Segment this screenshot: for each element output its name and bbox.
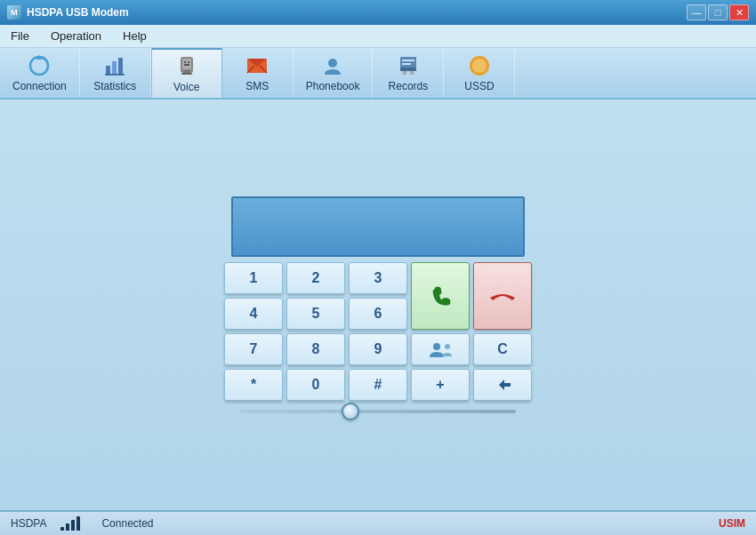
volume-slider-container [231, 410, 525, 413]
svg-rect-22 [402, 60, 414, 61]
key-plus[interactable]: + [411, 369, 470, 401]
svg-rect-9 [181, 73, 192, 75]
key-hash[interactable]: # [349, 369, 407, 401]
nav-connection-label: Connection [12, 80, 67, 92]
key-1[interactable]: 1 [224, 262, 283, 294]
nav-records-label: Records [389, 80, 429, 92]
svg-rect-23 [402, 63, 411, 65]
svg-point-27 [445, 344, 450, 349]
menu-bar: File Operation Help [0, 25, 756, 48]
nav-connection[interactable]: Connection [0, 48, 80, 98]
svg-rect-20 [403, 71, 406, 75]
nav-statistics-label: Statistics [93, 80, 136, 92]
phonebook-icon [320, 53, 345, 78]
title-bar: M HSDPA USB Modem — □ ✕ [0, 0, 756, 25]
status-bar: HSDPA Connected USIM [0, 510, 756, 535]
hangup-button[interactable] [473, 262, 532, 330]
contact-button[interactable] [411, 333, 470, 365]
clear-button[interactable]: C [473, 333, 532, 365]
nav-records[interactable]: Records [373, 48, 444, 98]
app-icon: M [7, 5, 21, 20]
signal-bar-3 [71, 520, 75, 531]
nav-ussd-label: USSD [464, 80, 494, 92]
svg-point-26 [433, 343, 440, 350]
svg-marker-28 [499, 379, 511, 390]
signal-bar-2 [66, 523, 69, 531]
svg-rect-10 [184, 61, 186, 63]
svg-point-25 [472, 59, 487, 73]
svg-rect-12 [184, 64, 189, 66]
minimize-button[interactable]: — [687, 4, 706, 20]
svg-rect-4 [118, 58, 123, 75]
slider-thumb[interactable] [342, 403, 359, 420]
nav-phonebook[interactable]: Phonebook [294, 48, 374, 98]
key-2[interactable]: 2 [286, 262, 345, 294]
svg-rect-11 [188, 61, 189, 63]
statistics-icon [102, 53, 127, 78]
title-bar-left: M HSDPA USB Modem [7, 5, 129, 20]
connection-status: Connected [101, 517, 153, 530]
nav-sms[interactable]: SMS [222, 48, 294, 98]
key-star[interactable]: * [224, 369, 283, 401]
key-5[interactable]: 5 [286, 298, 345, 330]
key-9[interactable]: 9 [349, 333, 407, 365]
main-content: 1 2 3 4 5 6 7 8 9 [0, 100, 756, 510]
nav-ussd[interactable]: USSD [444, 48, 515, 98]
menu-help[interactable]: Help [119, 28, 150, 44]
title-controls: — □ ✕ [687, 4, 749, 20]
ussd-icon [467, 53, 492, 78]
connection-icon [27, 53, 52, 78]
sim-label: USIM [719, 517, 745, 530]
nav-sms-label: SMS [245, 80, 269, 92]
key-4[interactable]: 4 [224, 298, 283, 330]
svg-rect-21 [410, 71, 414, 75]
menu-operation[interactable]: Operation [47, 28, 105, 44]
svg-point-17 [328, 59, 337, 68]
voice-icon [174, 54, 199, 79]
key-7[interactable]: 7 [224, 333, 283, 365]
display-screen [231, 196, 525, 257]
records-icon [396, 53, 421, 78]
sms-icon [245, 53, 269, 78]
nav-voice-label: Voice [173, 81, 199, 93]
svg-rect-3 [112, 61, 117, 75]
signal-bar-1 [60, 527, 64, 531]
key-6[interactable]: 6 [349, 298, 407, 330]
key-0[interactable]: 0 [286, 369, 345, 401]
maximize-button[interactable]: □ [708, 4, 728, 20]
close-button[interactable]: ✕ [729, 4, 749, 20]
volume-slider[interactable] [240, 410, 516, 413]
key-back[interactable] [473, 369, 532, 401]
svg-rect-8 [184, 70, 189, 73]
svg-rect-2 [106, 66, 110, 75]
nav-statistics[interactable]: Statistics [80, 48, 151, 98]
keypad: 1 2 3 4 5 6 7 8 9 [224, 262, 532, 401]
call-button[interactable] [411, 262, 470, 330]
dialpad-container: 1 2 3 4 5 6 7 8 9 [224, 196, 532, 413]
signal-icon [60, 516, 80, 531]
key-8[interactable]: 8 [286, 333, 345, 365]
key-3[interactable]: 3 [349, 262, 407, 294]
nav-phonebook-label: Phonebook [306, 80, 360, 92]
network-type: HSDPA [11, 517, 46, 530]
nav-bar: Connection Statistics Voice [0, 48, 756, 100]
svg-rect-19 [400, 68, 416, 71]
nav-voice[interactable]: Voice [151, 48, 222, 98]
signal-bar-4 [76, 516, 80, 531]
window-title: HSDPA USB Modem [27, 6, 129, 19]
menu-file[interactable]: File [7, 28, 33, 44]
